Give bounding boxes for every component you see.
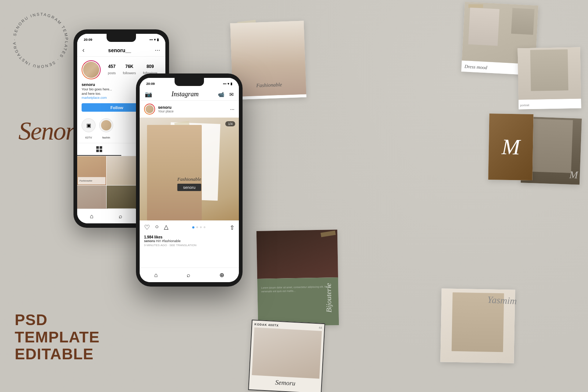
bookmark-button[interactable]: ⇧ [230, 224, 234, 231]
like-button[interactable]: ♡ [144, 223, 150, 231]
reels-icon[interactable]: 📹 [218, 91, 224, 97]
post-header: senoru Your place ··· [140, 101, 239, 118]
bottom-nav-front: ⌂ ⌕ ⊕ [140, 267, 239, 282]
posts-stat: 457 posts [108, 64, 116, 76]
post-dots [192, 225, 205, 230]
fashion-circle [99, 118, 113, 132]
post-caption: senoru Hi!! #fashionable [140, 239, 239, 243]
comment-button[interactable]: ○ [155, 223, 159, 231]
n-letter: M [501, 134, 520, 160]
kodak-number: 44 [319, 326, 322, 329]
avatar-ring [82, 60, 101, 79]
status-time-front: 20:09 [146, 82, 155, 86]
model-image [147, 125, 202, 220]
svg-rect-5 [100, 150, 102, 152]
home-icon[interactable]: ⌂ [90, 213, 94, 220]
right1-image [518, 47, 581, 100]
yasmim-label: Yasmim [487, 294, 517, 307]
card-n: M [488, 114, 533, 180]
back-button[interactable]: ‹ [82, 46, 85, 54]
senoru-badge: senoru [178, 184, 201, 191]
bio-line1: Your bio goes here... [82, 87, 112, 91]
post-actions: ♡ ○ △ ⇧ [140, 220, 239, 234]
search-icon[interactable]: ⌕ [119, 213, 122, 220]
bio-line2: and here too. [82, 92, 101, 96]
status-icons-front: ▪▪▪ ▾ ▮ [223, 82, 232, 86]
psd-template-text: PSD TEMPLATE EDITABLE [15, 312, 100, 363]
camera-icon[interactable]: 📷 [145, 91, 152, 98]
wifi-front: ▾ [227, 82, 229, 86]
instagram-logo: Instagram [171, 90, 198, 98]
signal-icon: ▪▪▪ [149, 38, 153, 42]
phone-front: 20:09 ▪▪▪ ▾ ▮ 📷 Instagram 📹 ✉ s [136, 73, 243, 287]
post-likes: 1.984 likes [140, 235, 239, 239]
add-nav[interactable]: ⊕ [219, 271, 224, 278]
ig-profile-header: ‹ senoru__ ··· [77, 44, 165, 57]
posts-label: posts [108, 71, 116, 75]
fashionable-label: Fashionable senoru [178, 176, 201, 191]
dress-mood-label: Dress mood [465, 64, 488, 70]
search-nav[interactable]: ⌕ [187, 272, 190, 278]
bijou-small-text: Lorem ipsum dolor sit amet, consectetur … [261, 285, 334, 293]
post-timestamp: 9 MINUTES AGO [144, 244, 167, 247]
kodak-brand: Semoru [275, 378, 295, 387]
feed-icons: 📹 ✉ [218, 91, 234, 97]
igtv-label: IGTV [85, 136, 92, 139]
status-icons: ▪▪▪ ▾ ▮ [149, 38, 159, 42]
post-location: Your place [158, 109, 173, 113]
signal-front: ▪▪▪ [223, 82, 226, 86]
followers-count: 76K [123, 64, 136, 69]
right1-caption: portrait [520, 104, 529, 107]
share-button[interactable]: △ [164, 223, 168, 231]
caption-username: senoru [144, 239, 155, 243]
battery-icon: ▮ [157, 38, 159, 42]
post-image: Fashionable senoru 1/4 [140, 118, 239, 220]
phone-screen-front: 20:09 ▪▪▪ ▾ ▮ 📷 Instagram 📹 ✉ s [140, 78, 239, 282]
post-user[interactable]: senoru Your place [144, 104, 173, 115]
yasmim-image: Yasmim [440, 288, 515, 363]
send-icon[interactable]: ✉ [229, 91, 234, 97]
card-right1: portrait [518, 47, 581, 109]
svg-rect-3 [100, 146, 102, 149]
post-counter: 1/4 [225, 121, 235, 126]
profile-username: senoru__ [108, 47, 131, 53]
phone-notch-front [175, 78, 204, 86]
see-translation-link[interactable]: SEE TRANSLATION [169, 244, 197, 247]
highlight-fashion[interactable]: fashin [99, 118, 113, 140]
svg-text:· SENORU INSTAGRAM TEMPLATES ·: · SENORU INSTAGRAM TEMPLATES · SENORU IN… [7, 7, 69, 69]
fashion-label: fashin [102, 136, 110, 139]
more-options[interactable]: ··· [155, 46, 160, 54]
card-kodak: KODAK 400TX 44 Semoru [248, 320, 325, 392]
highlight-igtv[interactable]: ▣ IGTV [82, 118, 96, 140]
post-more-icon[interactable]: ··· [230, 106, 234, 112]
circular-text: · SENORU INSTAGRAM TEMPLATES · SENORU IN… [7, 7, 74, 73]
tape-bijou [320, 230, 336, 237]
grid-photo-2[interactable] [107, 156, 136, 185]
grid-photo-1[interactable]: Fashionable [77, 156, 106, 185]
psd-label: PSD TEMPLATE EDITABLE [15, 311, 100, 362]
ig-feed-header: 📷 Instagram 📹 ✉ [140, 88, 239, 101]
svg-rect-4 [96, 150, 99, 152]
post-user-info: senoru Your place [158, 105, 173, 113]
card-bijouterie: Bijouterie Lorem ipsum dolor sit amet, c… [257, 230, 339, 327]
bijouterie-label: Bijouterie [324, 283, 333, 312]
bio-website[interactable]: marketplace.com [82, 96, 107, 100]
caption-text: Hi!! #fashionable [156, 239, 181, 243]
post-time: 9 MINUTES AGO · SEE TRANSLATION [140, 243, 239, 248]
kodak-image [252, 327, 322, 378]
followers-stat: 76K followers [123, 64, 136, 76]
card-yasmim: Yasmim [440, 288, 515, 363]
battery-front: ▮ [230, 82, 232, 86]
dot-3 [200, 226, 202, 228]
dot-4 [204, 226, 205, 228]
phone-notch [107, 34, 136, 42]
avatar [82, 61, 100, 79]
post-avatar-inner [145, 104, 154, 114]
avatar-image [83, 62, 99, 78]
igtv-circle: ▣ [82, 118, 96, 132]
status-time: 20:09 [84, 38, 92, 42]
post-avatar [144, 104, 155, 115]
home-nav[interactable]: ⌂ [154, 272, 158, 278]
action-icons-left: ♡ ○ △ [144, 223, 168, 231]
grid-tab[interactable] [77, 143, 121, 156]
